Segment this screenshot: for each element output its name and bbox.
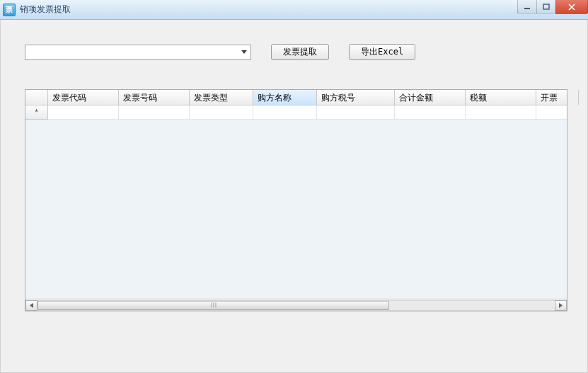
minimize-button[interactable] xyxy=(517,0,537,14)
grid-cell[interactable] xyxy=(48,105,119,120)
svg-rect-0 xyxy=(524,8,530,9)
app-icon: 票 xyxy=(3,4,16,16)
maximize-button[interactable] xyxy=(536,0,556,14)
client-area: 发票提取 导出Excel 发票代码发票号码发票类型购方名称购方税号合计金额税额开… xyxy=(0,20,588,373)
grid-cell[interactable] xyxy=(317,105,395,120)
svg-rect-1 xyxy=(543,4,549,9)
extract-invoice-button[interactable]: 发票提取 xyxy=(271,44,329,60)
column-header[interactable]: 税额 xyxy=(466,90,536,105)
column-header[interactable]: 合计金额 xyxy=(395,90,466,105)
titlebar[interactable]: 票 销项发票提取 xyxy=(0,0,588,20)
column-header[interactable]: 发票代码 xyxy=(48,90,119,105)
chevron-down-icon[interactable] xyxy=(238,45,250,59)
table-row[interactable]: * xyxy=(25,105,567,120)
column-header[interactable]: 发票号码 xyxy=(119,90,190,105)
column-header[interactable]: 购方税号 xyxy=(317,90,395,105)
column-header[interactable]: 购方名称 xyxy=(253,90,317,105)
horizontal-scrollbar[interactable] xyxy=(25,299,567,311)
window-controls xyxy=(518,0,588,14)
window-title: 销项发票提取 xyxy=(20,4,71,16)
close-button[interactable] xyxy=(555,0,588,14)
toolbar: 发票提取 导出Excel xyxy=(25,44,580,60)
column-header[interactable]: 发票类型 xyxy=(190,90,253,105)
grid-cell[interactable] xyxy=(466,105,536,120)
scroll-right-button[interactable] xyxy=(555,300,567,311)
filter-combobox[interactable] xyxy=(25,45,251,60)
grid-cell[interactable] xyxy=(536,105,567,120)
row-indicator: * xyxy=(25,105,48,120)
column-header[interactable]: 开票 xyxy=(536,90,579,105)
app-window: 票 销项发票提取 发票提取 导出E xyxy=(0,0,588,373)
grid-body[interactable]: * xyxy=(25,105,567,299)
scroll-left-button[interactable] xyxy=(25,300,38,311)
grid-cell[interactable] xyxy=(253,105,317,120)
invoice-grid[interactable]: 发票代码发票号码发票类型购方名称购方税号合计金额税额开票 * xyxy=(25,89,567,311)
scroll-thumb[interactable] xyxy=(38,301,389,310)
grid-corner-cell[interactable] xyxy=(25,90,48,105)
grid-cell[interactable] xyxy=(119,105,190,120)
grid-cell[interactable] xyxy=(190,105,253,120)
scroll-track[interactable] xyxy=(38,300,555,311)
export-excel-button[interactable]: 导出Excel xyxy=(349,44,415,60)
grid-cell[interactable] xyxy=(395,105,466,120)
grid-header: 发票代码发票号码发票类型购方名称购方税号合计金额税额开票 xyxy=(25,90,567,105)
